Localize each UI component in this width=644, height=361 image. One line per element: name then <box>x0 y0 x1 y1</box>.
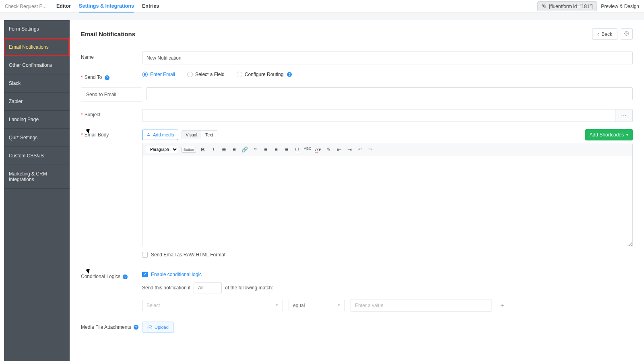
sidebar-item-form-settings[interactable]: Form Settings <box>4 20 70 38</box>
cond-field-select[interactable]: Select ▼ <box>142 300 283 311</box>
send-to-email-input[interactable] <box>146 87 633 100</box>
top-tabs-bar: Check Request For… Editor Settings & Int… <box>0 0 644 13</box>
sidebar-item-quiz-settings[interactable]: Quiz Settings <box>4 129 70 147</box>
bullet-list-icon[interactable]: ≣ <box>220 146 227 153</box>
clear-format-icon[interactable]: ✎ <box>325 146 332 153</box>
editor-mode-tabs: Visual Text <box>182 130 218 139</box>
radio-dot-icon <box>237 72 242 77</box>
settings-sidebar: Form Settings Email Notifications Other … <box>4 20 70 361</box>
label-send-to-email: Send to Email <box>81 87 142 102</box>
link-icon[interactable]: 🔗 <box>241 146 248 153</box>
chevron-down-icon: ▼ <box>337 303 341 307</box>
sidebar-item-landing-page[interactable]: Landing Page <box>4 111 70 129</box>
checkbox-icon: ✓ <box>142 272 148 277</box>
subject-shortcode-button[interactable]: ⋯ <box>615 109 633 122</box>
outdent-icon[interactable]: ⇤ <box>335 146 343 153</box>
cond-value-input[interactable] <box>351 299 491 312</box>
radio-routing-label: Configure Routing <box>245 72 284 77</box>
label-send-to-text: Send To <box>85 74 102 80</box>
copy-icon <box>542 3 547 9</box>
raw-html-checkbox[interactable]: Send Email as RAW HTML Format <box>142 252 225 258</box>
shortcode-text: [fluentform id="181"] <box>549 4 592 9</box>
add-shortcodes-button[interactable]: Add Shortcodes ▾ <box>585 129 633 140</box>
enable-conditional-label: Enable conditional logic <box>151 272 202 277</box>
radio-select-field[interactable]: Select a Field <box>187 72 225 77</box>
info-icon[interactable]: ? <box>123 274 128 279</box>
cond-suffix-text: of the following match: <box>225 285 273 291</box>
rte-insert-button[interactable]: Button <box>182 147 196 153</box>
info-icon[interactable]: ? <box>134 325 138 330</box>
add-shortcodes-label: Add Shortcodes <box>590 132 624 138</box>
cloud-upload-icon <box>147 324 152 330</box>
bold-icon[interactable]: B <box>199 146 206 153</box>
label-email-body: *Email Body <box>81 129 142 138</box>
label-conditional-text: Conditional Logics <box>81 274 120 279</box>
dots-icon: ⋯ <box>621 112 627 119</box>
sidebar-item-zapier[interactable]: Zapier <box>4 93 70 111</box>
cond-all-select[interactable]: All <box>194 282 222 293</box>
radio-configure-routing[interactable]: Configure Routing ? <box>237 72 292 77</box>
rte-format-select[interactable]: Paragraph <box>146 146 178 153</box>
settings-gear-button[interactable] <box>621 28 633 40</box>
label-send-to: *Send To ? <box>81 72 142 80</box>
numbered-list-icon[interactable]: ≡ <box>231 146 238 153</box>
cond-operator-text: equal <box>293 303 305 308</box>
rte-body[interactable] <box>142 156 632 247</box>
checkbox-icon <box>142 252 148 258</box>
label-email-body-text: Email Body <box>85 132 109 138</box>
sidebar-item-email-notifications[interactable]: Email Notifications <box>4 38 70 56</box>
subject-input[interactable] <box>142 109 615 122</box>
cond-field-placeholder: Select <box>147 303 160 308</box>
label-media-attach-text: Media File Attachments <box>81 324 131 330</box>
undo-icon[interactable]: ↶ <box>356 146 363 153</box>
upload-button[interactable]: Upload <box>142 322 174 333</box>
info-icon[interactable]: ? <box>287 72 292 77</box>
align-right-icon[interactable]: ≡ <box>283 146 290 153</box>
name-input[interactable] <box>142 52 633 64</box>
info-icon[interactable]: ? <box>105 75 109 80</box>
add-media-label: Add media <box>153 132 174 137</box>
align-center-icon[interactable]: ≡ <box>272 146 280 153</box>
tab-visual[interactable]: Visual <box>182 131 201 139</box>
quote-icon[interactable]: ❝ <box>252 146 259 153</box>
radio-dot-icon <box>142 72 148 77</box>
tab-entries[interactable]: Entries <box>142 0 159 12</box>
redo-icon[interactable]: ↷ <box>367 146 374 153</box>
resize-handle-icon[interactable] <box>627 242 632 246</box>
chevron-down-icon: ▼ <box>275 303 279 307</box>
cond-all-text: All <box>198 285 203 291</box>
preview-design-link[interactable]: Preview & Design <box>601 4 639 9</box>
radio-enter-email[interactable]: Enter Email <box>142 72 175 77</box>
back-button[interactable]: ‹ Back <box>592 28 617 40</box>
add-media-button[interactable]: Add media <box>142 130 178 140</box>
shortcode-box[interactable]: [fluentform id="181"] <box>537 1 597 11</box>
indent-icon[interactable]: ⇥ <box>346 146 353 153</box>
enable-conditional-checkbox[interactable]: ✓ Enable conditional logic <box>142 272 202 277</box>
underline-icon[interactable]: U <box>293 146 301 153</box>
svg-point-2 <box>626 33 627 34</box>
label-conditional: Conditional Logics ? <box>81 271 142 279</box>
raw-html-label: Send Email as RAW HTML Format <box>151 252 225 258</box>
strikethrough-icon[interactable]: ABC <box>304 146 311 153</box>
chevron-left-icon: ‹ <box>597 31 599 37</box>
tab-editor[interactable]: Editor <box>56 0 71 12</box>
sidebar-item-marketing-crm[interactable]: Marketing & CRM Integrations <box>4 165 70 189</box>
add-condition-button[interactable]: + <box>497 300 507 311</box>
sidebar-item-other-confirmations[interactable]: Other Confirmations <box>4 56 70 74</box>
italic-icon[interactable]: I <box>210 146 217 153</box>
content-panel: Email Notifications ‹ Back Name <box>70 20 644 361</box>
label-name: Name <box>81 52 142 60</box>
page-title: Email Notifications <box>81 31 592 37</box>
align-left-icon[interactable]: ≡ <box>262 146 269 153</box>
sidebar-item-slack[interactable]: Slack <box>4 74 70 93</box>
tab-text[interactable]: Text <box>201 131 217 139</box>
tab-settings[interactable]: Settings & Integrations <box>79 0 134 12</box>
plus-icon: + <box>500 302 504 309</box>
text-color-icon[interactable]: A▾ <box>314 146 322 153</box>
radio-enter-email-label: Enter Email <box>150 72 175 77</box>
radio-select-field-label: Select a Field <box>195 72 225 77</box>
cond-operator-select[interactable]: equal ▼ <box>289 300 345 311</box>
sidebar-item-custom-css-js[interactable]: Custom CSS/JS <box>4 147 70 165</box>
radio-dot-icon <box>187 72 193 77</box>
label-subject: *Subject <box>81 109 142 118</box>
